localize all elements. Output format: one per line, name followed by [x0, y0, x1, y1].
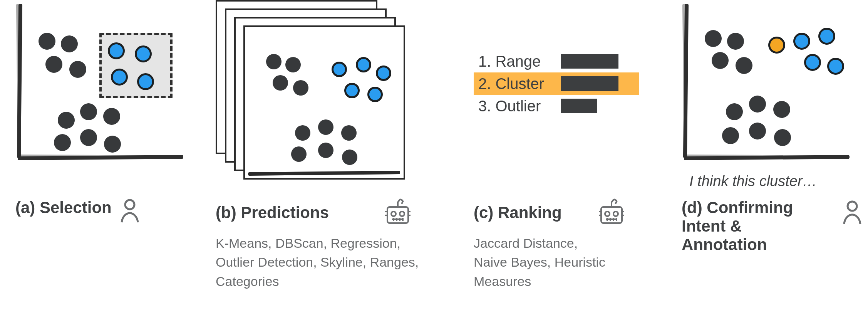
rank-bar	[561, 99, 597, 113]
data-point-selected	[344, 83, 360, 98]
data-point	[103, 108, 120, 125]
stage-confirming: I think this cluster… (d) Confirming Int…	[682, 0, 863, 162]
data-point	[736, 57, 752, 74]
annotation-caption: I think this cluster…	[689, 173, 817, 190]
data-point-cluster	[827, 58, 844, 75]
axis-y	[683, 4, 689, 158]
data-point	[291, 146, 307, 162]
rank-item-outlier[interactable]: 3. Outlier	[474, 95, 639, 117]
data-point	[273, 75, 288, 91]
stage-title-line2: Intent & Annotation	[682, 217, 826, 254]
data-point	[80, 103, 97, 120]
svg-point-3	[400, 212, 404, 216]
data-point	[58, 112, 75, 129]
axis-x	[684, 155, 850, 160]
stage-selection: (a) Selection	[15, 0, 200, 162]
robot-icon	[383, 198, 413, 227]
data-point	[726, 103, 743, 120]
data-point-selected	[332, 62, 347, 77]
axis-y	[17, 4, 22, 158]
svg-point-15	[605, 212, 610, 216]
stage-predictions: (b) Predictions K-Means, DBSca	[216, 0, 447, 177]
rank-bar	[561, 76, 618, 91]
data-point-selected	[137, 73, 154, 90]
data-point-selected	[111, 69, 128, 86]
data-point	[318, 119, 333, 135]
svg-point-2	[391, 212, 396, 216]
data-point	[342, 150, 357, 165]
stage-title: (b) Predictions	[216, 203, 329, 222]
data-point	[69, 61, 86, 78]
data-point	[773, 101, 790, 118]
stage-title: (a) Selection	[15, 198, 112, 217]
data-point	[80, 129, 97, 146]
stage-methods: Jaccard Distance, Naive Bayes, Heuristic…	[474, 234, 612, 291]
stage-title-line1: (d) Confirming	[682, 198, 826, 217]
rank-label: Outlier	[495, 97, 541, 114]
data-point	[774, 129, 791, 146]
data-point	[318, 143, 333, 158]
rank-number: 1.	[478, 53, 491, 70]
data-point	[293, 80, 308, 96]
prediction-card-front	[243, 25, 405, 180]
svg-rect-14	[601, 207, 622, 223]
data-point	[285, 57, 301, 72]
data-point-selected	[376, 66, 391, 81]
rank-item-range[interactable]: 1. Range	[474, 50, 639, 72]
rank-bar	[561, 54, 618, 69]
rank-number: 3.	[478, 97, 491, 114]
selection-rectangle[interactable]	[99, 33, 173, 98]
data-point	[266, 54, 282, 69]
svg-point-0	[125, 200, 134, 209]
data-point	[341, 125, 357, 141]
person-icon	[119, 198, 140, 223]
data-point	[39, 33, 55, 50]
robot-icon	[597, 198, 627, 227]
data-point	[45, 56, 62, 73]
axis-x	[18, 155, 183, 160]
axis-x	[248, 171, 400, 176]
stage-ranking: 1. Range 2. Cluster 3. Outlier (c) Ranki…	[474, 0, 655, 117]
data-point-selected	[108, 42, 125, 59]
svg-rect-1	[387, 207, 408, 223]
data-point-selected	[356, 57, 371, 72]
data-point-cluster	[818, 28, 835, 45]
ranking-list: 1. Range 2. Cluster 3. Outlier	[474, 0, 639, 117]
data-point-selected	[367, 87, 383, 102]
data-point	[749, 123, 766, 139]
data-point-cluster	[804, 54, 821, 71]
data-point	[295, 125, 310, 141]
prediction-cards	[216, 0, 408, 177]
person-icon	[842, 200, 863, 225]
stage-methods: K-Means, DBScan, Regression, Outlier Det…	[216, 234, 431, 291]
data-point-selected	[135, 45, 152, 62]
plot-selection	[15, 0, 185, 162]
plot-confirming	[682, 0, 851, 162]
data-point	[61, 35, 78, 52]
svg-point-27	[848, 202, 857, 211]
rank-label: Range	[495, 53, 541, 70]
data-point	[104, 136, 121, 153]
rank-item-cluster[interactable]: 2. Cluster	[474, 72, 639, 95]
data-point	[749, 96, 766, 113]
rank-number: 2.	[478, 75, 491, 92]
rank-label: Cluster	[495, 75, 544, 92]
svg-point-16	[613, 212, 618, 216]
data-point-outlier	[768, 37, 785, 54]
data-point	[727, 33, 744, 50]
data-point	[54, 134, 71, 151]
data-point-cluster	[793, 33, 810, 50]
data-point	[705, 30, 722, 47]
stage-title: (c) Ranking	[474, 203, 562, 222]
data-point	[712, 52, 729, 69]
data-point	[722, 127, 739, 144]
